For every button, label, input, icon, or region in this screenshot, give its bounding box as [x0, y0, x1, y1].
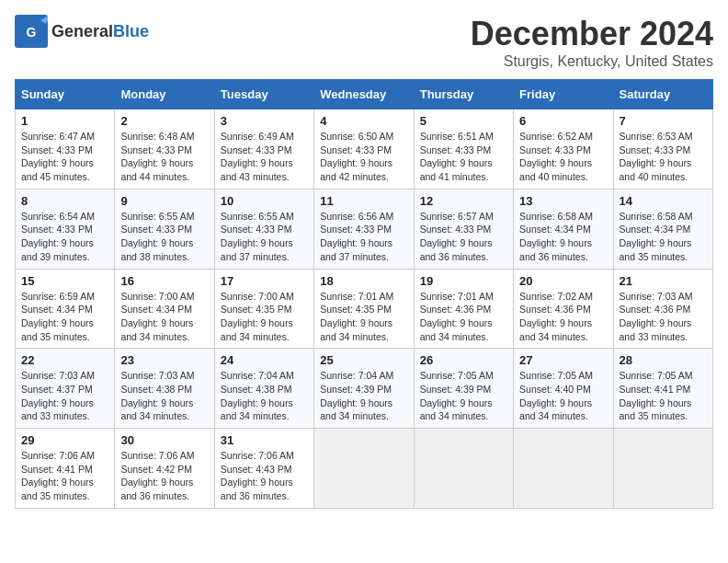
day-number: 7: [620, 114, 707, 128]
day-number: 5: [420, 114, 507, 128]
day-number: 14: [620, 194, 707, 208]
day-info: Sunrise: 6:58 AM Sunset: 4:34 PM Dayligh…: [620, 210, 707, 264]
day-info: Sunrise: 6:56 AM Sunset: 4:33 PM Dayligh…: [320, 210, 407, 264]
calendar-cell: 25Sunrise: 7:04 AM Sunset: 4:39 PM Dayli…: [314, 349, 414, 429]
calendar-week-row: 1Sunrise: 6:47 AM Sunset: 4:33 PM Daylig…: [16, 109, 713, 190]
calendar-cell: 17Sunrise: 7:00 AM Sunset: 4:35 PM Dayli…: [214, 269, 313, 349]
day-number: 2: [120, 114, 208, 128]
calendar-cell: 26Sunrise: 7:05 AM Sunset: 4:39 PM Dayli…: [414, 349, 513, 429]
logo-text-general: General: [51, 22, 113, 40]
calendar-cell: 18Sunrise: 7:01 AM Sunset: 4:35 PM Dayli…: [314, 269, 414, 349]
calendar-cell: 5Sunrise: 6:51 AM Sunset: 4:33 PM Daylig…: [414, 109, 513, 190]
day-info: Sunrise: 7:06 AM Sunset: 4:41 PM Dayligh…: [21, 449, 108, 503]
day-info: Sunrise: 7:01 AM Sunset: 4:35 PM Dayligh…: [320, 290, 407, 344]
calendar-cell: 31Sunrise: 7:06 AM Sunset: 4:43 PM Dayli…: [214, 429, 313, 509]
day-of-week-header: Tuesday: [214, 80, 313, 109]
day-number: 4: [320, 114, 407, 128]
day-number: 8: [21, 194, 108, 208]
calendar-cell: 9Sunrise: 6:55 AM Sunset: 4:33 PM Daylig…: [115, 189, 214, 269]
day-number: 3: [221, 114, 308, 128]
day-number: 26: [420, 353, 507, 367]
day-of-week-header: Friday: [514, 80, 613, 109]
calendar-week-row: 29Sunrise: 7:06 AM Sunset: 4:41 PM Dayli…: [16, 429, 713, 509]
title-area: December 2024 Sturgis, Kentucky, United …: [471, 15, 713, 70]
calendar-cell: 10Sunrise: 6:55 AM Sunset: 4:33 PM Dayli…: [214, 189, 313, 269]
calendar-week-row: 8Sunrise: 6:54 AM Sunset: 4:33 PM Daylig…: [16, 189, 713, 269]
day-info: Sunrise: 6:50 AM Sunset: 4:33 PM Dayligh…: [320, 130, 407, 184]
day-number: 13: [519, 194, 607, 208]
calendar-cell: 3Sunrise: 6:49 AM Sunset: 4:33 PM Daylig…: [214, 109, 313, 190]
day-number: 30: [120, 433, 208, 447]
calendar-header: SundayMondayTuesdayWednesdayThursdayFrid…: [16, 80, 713, 109]
page-subtitle: Sturgis, Kentucky, United States: [471, 53, 713, 70]
day-info: Sunrise: 7:06 AM Sunset: 4:43 PM Dayligh…: [221, 449, 308, 503]
logo-icon: G: [15, 15, 48, 48]
day-info: Sunrise: 6:53 AM Sunset: 4:33 PM Dayligh…: [620, 130, 707, 184]
day-number: 9: [120, 194, 208, 208]
day-number: 24: [221, 353, 308, 367]
calendar-week-row: 22Sunrise: 7:03 AM Sunset: 4:37 PM Dayli…: [16, 349, 713, 429]
logo: G GeneralBlue: [15, 15, 149, 48]
calendar-cell: 24Sunrise: 7:04 AM Sunset: 4:38 PM Dayli…: [214, 349, 313, 429]
calendar-cell: 21Sunrise: 7:03 AM Sunset: 4:36 PM Dayli…: [613, 269, 712, 349]
day-info: Sunrise: 7:03 AM Sunset: 4:38 PM Dayligh…: [120, 369, 208, 423]
calendar-cell: 29Sunrise: 7:06 AM Sunset: 4:41 PM Dayli…: [16, 429, 115, 509]
svg-text:G: G: [27, 25, 37, 40]
day-info: Sunrise: 6:52 AM Sunset: 4:33 PM Dayligh…: [519, 130, 607, 184]
days-of-week-row: SundayMondayTuesdayWednesdayThursdayFrid…: [16, 80, 713, 109]
day-number: 28: [620, 353, 707, 367]
day-number: 12: [420, 194, 507, 208]
calendar-cell: 8Sunrise: 6:54 AM Sunset: 4:33 PM Daylig…: [16, 189, 115, 269]
calendar-cell: 13Sunrise: 6:58 AM Sunset: 4:34 PM Dayli…: [514, 189, 613, 269]
day-info: Sunrise: 6:55 AM Sunset: 4:33 PM Dayligh…: [120, 210, 208, 264]
day-number: 31: [221, 433, 308, 447]
logo-text-blue: Blue: [113, 22, 149, 40]
calendar-cell: 19Sunrise: 7:01 AM Sunset: 4:36 PM Dayli…: [414, 269, 513, 349]
day-number: 29: [21, 433, 108, 447]
day-number: 23: [120, 353, 208, 367]
day-number: 11: [320, 194, 407, 208]
calendar-table: SundayMondayTuesdayWednesdayThursdayFrid…: [15, 79, 713, 509]
page-title: December 2024: [471, 15, 713, 53]
day-info: Sunrise: 7:04 AM Sunset: 4:39 PM Dayligh…: [320, 369, 407, 423]
day-of-week-header: Monday: [115, 80, 214, 109]
day-info: Sunrise: 7:06 AM Sunset: 4:42 PM Dayligh…: [120, 449, 208, 503]
calendar-week-row: 15Sunrise: 6:59 AM Sunset: 4:34 PM Dayli…: [16, 269, 713, 349]
day-number: 6: [519, 114, 607, 128]
day-number: 20: [519, 274, 607, 288]
calendar-cell: 4Sunrise: 6:50 AM Sunset: 4:33 PM Daylig…: [314, 109, 414, 190]
calendar-cell: 11Sunrise: 6:56 AM Sunset: 4:33 PM Dayli…: [314, 189, 414, 269]
day-number: 15: [21, 274, 108, 288]
day-info: Sunrise: 7:03 AM Sunset: 4:36 PM Dayligh…: [620, 290, 707, 344]
day-info: Sunrise: 7:05 AM Sunset: 4:40 PM Dayligh…: [519, 369, 607, 423]
day-number: 25: [320, 353, 407, 367]
day-info: Sunrise: 7:05 AM Sunset: 4:41 PM Dayligh…: [620, 369, 707, 423]
day-info: Sunrise: 6:48 AM Sunset: 4:33 PM Dayligh…: [120, 130, 208, 184]
day-info: Sunrise: 7:03 AM Sunset: 4:37 PM Dayligh…: [21, 369, 108, 423]
day-number: 22: [21, 353, 108, 367]
calendar-cell: 14Sunrise: 6:58 AM Sunset: 4:34 PM Dayli…: [613, 189, 712, 269]
day-info: Sunrise: 6:51 AM Sunset: 4:33 PM Dayligh…: [420, 130, 507, 184]
day-info: Sunrise: 6:47 AM Sunset: 4:33 PM Dayligh…: [21, 130, 108, 184]
day-number: 10: [221, 194, 308, 208]
day-info: Sunrise: 6:59 AM Sunset: 4:34 PM Dayligh…: [21, 290, 108, 344]
day-of-week-header: Saturday: [613, 80, 712, 109]
calendar-body: 1Sunrise: 6:47 AM Sunset: 4:33 PM Daylig…: [16, 109, 713, 509]
calendar-cell: 30Sunrise: 7:06 AM Sunset: 4:42 PM Dayli…: [115, 429, 214, 509]
day-number: 18: [320, 274, 407, 288]
day-info: Sunrise: 7:04 AM Sunset: 4:38 PM Dayligh…: [221, 369, 308, 423]
day-info: Sunrise: 6:49 AM Sunset: 4:33 PM Dayligh…: [221, 130, 308, 184]
calendar-cell: 2Sunrise: 6:48 AM Sunset: 4:33 PM Daylig…: [115, 109, 214, 190]
page-header: G GeneralBlue December 2024 Sturgis, Ken…: [15, 15, 713, 70]
day-info: Sunrise: 6:58 AM Sunset: 4:34 PM Dayligh…: [519, 210, 607, 264]
calendar-cell: 27Sunrise: 7:05 AM Sunset: 4:40 PM Dayli…: [514, 349, 613, 429]
day-info: Sunrise: 7:00 AM Sunset: 4:35 PM Dayligh…: [221, 290, 308, 344]
day-info: Sunrise: 7:01 AM Sunset: 4:36 PM Dayligh…: [420, 290, 507, 344]
day-info: Sunrise: 7:02 AM Sunset: 4:36 PM Dayligh…: [519, 290, 607, 344]
calendar-cell: [414, 429, 513, 509]
calendar-cell: 16Sunrise: 7:00 AM Sunset: 4:34 PM Dayli…: [115, 269, 214, 349]
calendar-cell: 6Sunrise: 6:52 AM Sunset: 4:33 PM Daylig…: [514, 109, 613, 190]
calendar-cell: 1Sunrise: 6:47 AM Sunset: 4:33 PM Daylig…: [16, 109, 115, 190]
day-number: 19: [420, 274, 507, 288]
day-number: 1: [21, 114, 108, 128]
